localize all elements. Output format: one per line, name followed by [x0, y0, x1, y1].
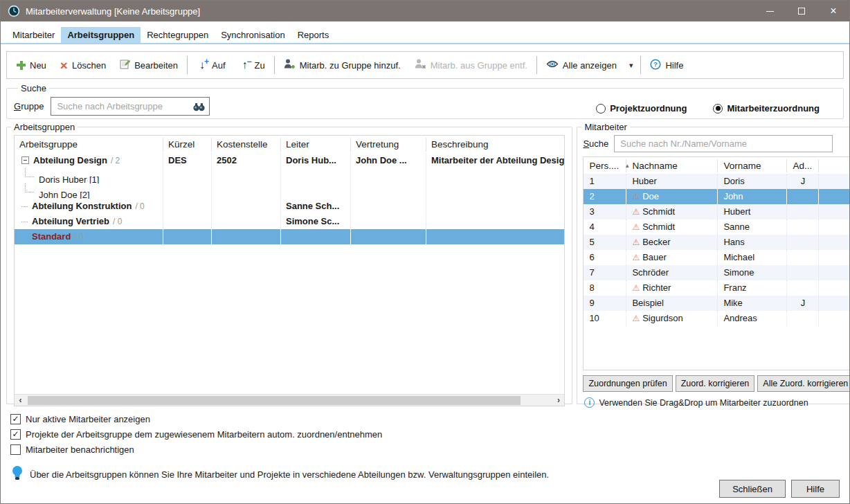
- radio-mitarbeiterzuordnung[interactable]: Mitarbeiterzuordnung: [713, 103, 820, 114]
- employee-search-input[interactable]: [614, 135, 833, 152]
- radio-projektzuordnung[interactable]: Projektzuordnung: [596, 103, 687, 114]
- employee-row-4[interactable]: 4⚠SchmidtSanne: [584, 219, 850, 235]
- checkbox-projekte-der-arbeitsgruppe-dem-zugewiese[interactable]: ✓Projekte der Arbeitsgruppe dem zugewies…: [10, 426, 849, 442]
- workgroups-table: Arbeitsgruppe Kürzel Kostenstelle Leiter…: [14, 135, 565, 406]
- column-header-ad[interactable]: Ad...: [787, 159, 819, 172]
- svg-text:?: ?: [654, 60, 658, 68]
- employee-row-2[interactable]: 2⚠DoeJohn: [584, 189, 850, 204]
- employee-row-9[interactable]: 9BeispielMikeJ: [584, 296, 850, 311]
- employees-table-body: 1HuberDorisJ2⚠DoeJohn3⚠SchmidtHubert4⚠Sc…: [584, 174, 850, 326]
- employee-row-3[interactable]: 3⚠SchmidtHubert: [584, 204, 850, 219]
- close-dialog-button[interactable]: Schließen: [719, 480, 786, 498]
- tab-rechtegruppen[interactable]: Rechtegruppen: [141, 27, 215, 43]
- show-all-dropdown[interactable]: ▾: [624, 55, 639, 75]
- tab-strip: MitarbeiterArbeitsgruppenRechtegruppenSy…: [1, 21, 849, 44]
- correct-assignment-button[interactable]: Zuord. korrigieren: [676, 375, 755, 392]
- member-count: / 0: [74, 232, 83, 242]
- scroll-left-icon[interactable]: ‹: [15, 395, 26, 405]
- footer-help-button[interactable]: Hilfe: [791, 480, 840, 498]
- toolbar-separator: [640, 56, 641, 74]
- column-header-arbeitsgruppe: Arbeitsgruppe: [15, 138, 163, 152]
- check-assignments-button[interactable]: Zuordnungen prüfen: [583, 375, 672, 392]
- tab-synchronisation[interactable]: Synchronisation: [215, 27, 291, 43]
- employees-table-header: Pers....▲ Nachname Vorname Ad...: [584, 157, 850, 174]
- employee-row-10[interactable]: 10⚠SigurdsonAndreas: [584, 311, 850, 326]
- workgroups-table-body: Abteilung Design/ 2DES2502Doris Hub...Jo…: [15, 153, 564, 244]
- workgroup-search-input[interactable]: [51, 97, 210, 116]
- warning-icon: ⚠: [632, 192, 640, 201]
- employee-row-7[interactable]: 7SchröderSimone: [584, 265, 850, 280]
- member-count: / 0: [113, 217, 122, 226]
- maximize-icon: [798, 8, 805, 15]
- workgroup-row-abteilung-design[interactable]: Abteilung Design/ 2DES2502Doris Hub...Jo…: [15, 153, 564, 168]
- close-button[interactable]: ×: [817, 1, 849, 21]
- options-checkboxes: ✓Nur aktive Mitarbeiter anzeigen✓Projekt…: [10, 411, 849, 457]
- binoculars-icon: [193, 102, 205, 114]
- column-header-leiter: Leiter: [281, 138, 351, 152]
- workgroups-legend: Arbeitsgruppen: [11, 122, 78, 132]
- add-employee-to-group-button[interactable]: Mitarb. zu Gruppe hinzuf.: [277, 55, 408, 75]
- title-bar: Mitarbeiterverwaltung [Keine Arbeitsgrup…: [1, 1, 849, 21]
- column-header-persnr[interactable]: Pers....▲: [584, 159, 626, 172]
- employee-search-label: Suche: [583, 138, 608, 149]
- help-icon: ?: [650, 59, 661, 72]
- lightbulb-icon: [12, 465, 23, 484]
- employees-groupbox: Mitarbeiter Suche Pers....▲ Nachname Vor…: [577, 122, 850, 404]
- tree-stub-icon: [21, 222, 28, 222]
- warning-icon: ⚠: [632, 207, 640, 217]
- tree-elbow-icon: [25, 183, 34, 192]
- tree-elbow-icon: [25, 168, 34, 177]
- h-scrollbar-thumb[interactable]: [28, 396, 521, 405]
- column-header-kostenstelle: Kostenstelle: [212, 138, 281, 152]
- warning-icon: ⚠: [632, 253, 640, 262]
- remove-employee-from-group-button[interactable]: Mitarb. aus Gruppe entf.: [408, 55, 534, 75]
- tab-reports[interactable]: Reports: [291, 27, 336, 43]
- app-window: Mitarbeiterverwaltung [Keine Arbeitsgrup…: [0, 0, 850, 504]
- edit-button[interactable]: Bearbeiten: [113, 55, 185, 75]
- checkbox-icon: ✓: [10, 429, 21, 440]
- workgroup-row-standard[interactable]: Standard/ 0: [15, 229, 564, 244]
- new-button[interactable]: Neu: [10, 55, 53, 75]
- help-button[interactable]: ? Hilfe: [643, 55, 690, 75]
- workgroup-row-abteilung-konstruktion[interactable]: Abteilung Konstruktion/ 0Sanne Sch...: [15, 199, 564, 214]
- info-icon: i: [584, 397, 595, 408]
- maximize-button[interactable]: [786, 1, 817, 21]
- column-header-nachname[interactable]: Nachname: [626, 159, 718, 172]
- minimize-button[interactable]: [754, 1, 786, 21]
- tab-arbeitsgruppen[interactable]: Arbeitsgruppen: [61, 27, 141, 43]
- person-add-icon: [284, 59, 296, 71]
- search-groupbox-legend: Suche: [18, 83, 49, 93]
- footer-buttons: Schließen Hilfe: [719, 480, 840, 498]
- employee-row-8[interactable]: 8⚠RichterFranz: [584, 280, 850, 296]
- workgroup-member-john-doe-2[interactable]: John Doe [2]: [15, 183, 564, 199]
- warning-icon: ⚠: [632, 314, 640, 323]
- delete-button[interactable]: ×Löschen: [53, 55, 113, 75]
- edit-icon: [120, 59, 130, 71]
- plus-icon: [17, 61, 26, 70]
- warning-icon: ⚠: [632, 237, 640, 247]
- workgroup-member-doris-huber-1[interactable]: Doris Huber [1]: [15, 168, 564, 183]
- checkbox-nur-aktive-mitarbeiter-anzeigen[interactable]: ✓Nur aktive Mitarbeiter anzeigen: [10, 411, 849, 426]
- collapse-icon[interactable]: [21, 156, 29, 164]
- scroll-right-icon[interactable]: ›: [552, 395, 564, 405]
- employee-row-5[interactable]: 5⚠BeckerHans: [584, 235, 850, 250]
- column-header-vorname[interactable]: Vorname: [718, 159, 787, 172]
- close-icon: ×: [830, 5, 836, 17]
- employee-row-6[interactable]: 6⚠BauerMichael: [584, 250, 850, 265]
- correct-all-assignments-button[interactable]: Alle Zuord. korrigieren: [757, 375, 850, 392]
- move-to-button[interactable]: ↑−Zu: [233, 55, 272, 75]
- arrow-down-plus-icon: ↓+: [197, 59, 208, 71]
- column-header-spacer: [819, 159, 850, 172]
- h-scrollbar[interactable]: ‹ ›: [15, 394, 564, 406]
- employees-legend: Mitarbeiter: [581, 122, 629, 132]
- workgroup-row-abteilung-vertrieb[interactable]: Abteilung Vertrieb/ 0Simone Sc...: [15, 214, 564, 229]
- employee-row-1[interactable]: 1HuberDorisJ: [584, 174, 850, 189]
- app-clock-icon: [8, 5, 20, 17]
- group-search-label: Gruppe: [14, 101, 44, 111]
- column-header-beschreibung: Beschreibung: [426, 138, 564, 152]
- checkbox-mitarbeiter-benachrichtigen[interactable]: Mitarbeiter benachrichtigen: [10, 442, 849, 457]
- tab-mitarbeiter[interactable]: Mitarbeiter: [6, 27, 61, 43]
- move-up-button[interactable]: ↓+Auf: [190, 55, 233, 75]
- member-count: / 2: [111, 156, 120, 165]
- show-all-button[interactable]: Alle anzeigen: [539, 55, 624, 75]
